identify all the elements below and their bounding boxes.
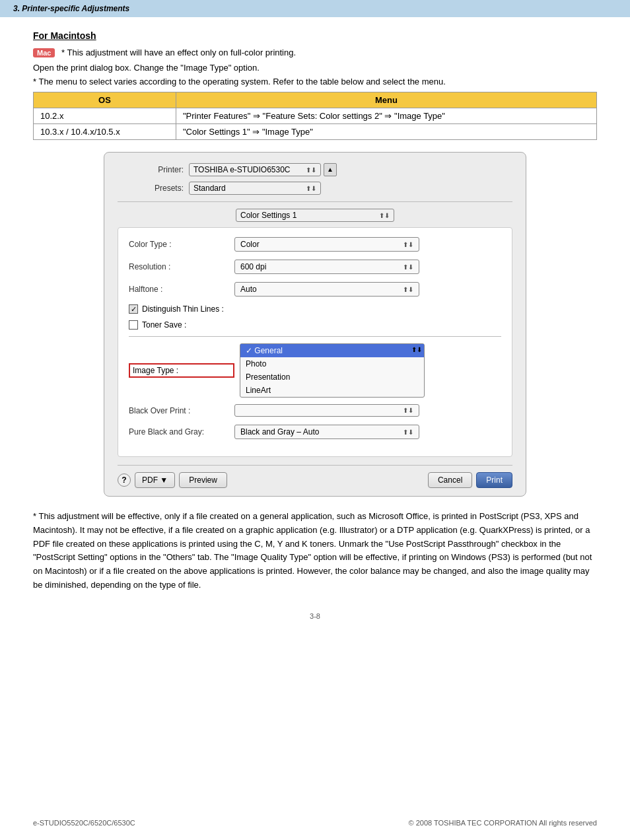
toner-label: Toner Save : [142, 320, 186, 330]
printer-select[interactable]: TOSHIBA e-STUDIO6530C ⬆⬇ [189, 163, 321, 176]
pure-black-value: Black and Gray – Auto [240, 427, 319, 437]
dropdown-item-photo[interactable]: Photo [240, 357, 424, 370]
help-button[interactable]: ? [118, 473, 131, 487]
separator2 [129, 336, 501, 337]
footer-note: * This adjustment will be effective, onl… [33, 510, 597, 592]
col-menu: Menu [176, 92, 596, 108]
halftone-value: Auto [240, 285, 257, 294]
resolution-row: Resolution : 600 dpi ⬆⬇ [129, 260, 501, 274]
dropdown-item-general[interactable]: ✓ General [240, 344, 424, 357]
preview-button[interactable]: Preview [179, 472, 227, 488]
table-row: 10.3.x / 10.4.x/10.5.x "Color Settings 1… [34, 124, 597, 140]
mac-badge: Mac [33, 48, 55, 57]
color-type-label: Color Type : [129, 240, 234, 249]
intro-text: Open the print dialog box. Change the "I… [33, 63, 597, 73]
menu-value-2: "Color Settings 1" ⇒ "Image Type" [176, 124, 596, 140]
stepper-arrows: ⬆⬇ [306, 166, 316, 174]
dropdown-item-presentation[interactable]: Presentation [240, 370, 424, 384]
resolution-label: Resolution : [129, 262, 234, 271]
cancel-label: Cancel [438, 475, 462, 485]
presets-value: Standard [193, 184, 226, 193]
printer-label: Printer: [118, 165, 184, 174]
dialog-footer: ? PDF ▼ Preview Cancel Print [118, 465, 512, 488]
chapter-title: 3. Printer-specific Adjustments [13, 4, 129, 13]
stepper-arrows: ⬆⬇ [379, 212, 390, 219]
toner-row: Toner Save : [129, 320, 501, 330]
menu-value-1: "Printer Features" ⇒ "Feature Sets: Colo… [176, 108, 596, 124]
col-os: OS [34, 92, 176, 108]
page-footer: e-STUDIO5520C/6520C/6530C © 2008 TOSHIBA… [33, 819, 597, 827]
footer-left: ? PDF ▼ Preview [118, 472, 227, 488]
page-number: 3-8 [33, 612, 597, 620]
footer-right-text: © 2008 TOSHIBA TEC CORPORATION All right… [409, 819, 597, 827]
color-type-select[interactable]: Color ⬆⬇ [234, 237, 419, 252]
printer-value: TOSHIBA e-STUDIO6530C [193, 165, 291, 174]
table-row: 10.2.x "Printer Features" ⇒ "Feature Set… [34, 108, 597, 124]
separator [118, 201, 512, 202]
dropdown-open[interactable]: ✓ General Photo Presentation LineArt [240, 343, 425, 398]
image-type-row: Image Type : ✓ General Photo Presentatio… [129, 343, 501, 398]
pure-black-label: Pure Black and Gray: [129, 427, 234, 437]
pdf-label: PDF ▼ [142, 475, 168, 485]
print-dialog: Printer: TOSHIBA e-STUDIO6530C ⬆⬇ ▲ Pres… [104, 152, 526, 497]
pdf-button[interactable]: PDF ▼ [135, 472, 175, 488]
footer-left-text: e-STUDIO5520C/6520C/6530C [33, 819, 135, 827]
panel-row: Color Settings 1 ⬆⬇ [118, 209, 512, 222]
panel-value: Color Settings 1 [240, 211, 297, 220]
black-over-print-label: Black Over Print : [129, 406, 234, 415]
note-line: Mac * This adjustment will have an effec… [33, 48, 597, 57]
stepper-arrows: ⬆⬇ [306, 185, 316, 192]
print-button[interactable]: Print [476, 472, 512, 488]
stepper-arrows: ⬆⬇ [403, 286, 413, 293]
dropdown-item-lineart[interactable]: LineArt [240, 384, 424, 397]
footer-right: Cancel Print [428, 472, 512, 488]
distinguish-row: ✓ Distinguish Thin Lines : [129, 304, 501, 314]
print-label: Print [486, 475, 503, 485]
halftone-select[interactable]: Auto ⬆⬇ [234, 282, 419, 297]
distinguish-checkbox[interactable]: ✓ [129, 304, 138, 314]
stepper-arrows: ⬆⬇ [403, 263, 413, 271]
color-type-row: Color Type : Color ⬆⬇ [129, 237, 501, 252]
stepper-arrows: ⬆⬇ [403, 407, 413, 414]
image-type-dropdown[interactable]: ✓ General Photo Presentation LineArt ⬆⬇ [240, 343, 425, 398]
black-over-print-row: Black Over Print : ⬆⬇ [129, 404, 501, 417]
note1-text: * This adjustment will have an effect on… [61, 48, 296, 57]
os-menu-table: OS Menu 10.2.x "Printer Features" ⇒ "Fea… [33, 92, 597, 140]
presets-label: Presets: [118, 184, 184, 193]
pure-black-row: Pure Black and Gray: Black and Gray – Au… [129, 425, 501, 439]
toner-checkbox[interactable] [129, 320, 138, 330]
presets-row: Presets: Standard ⬆⬇ [118, 182, 512, 195]
color-type-value: Color [240, 240, 260, 249]
presets-select[interactable]: Standard ⬆⬇ [189, 182, 321, 195]
distinguish-label: Distinguish Thin Lines : [142, 304, 224, 314]
pure-black-select[interactable]: Black and Gray – Auto ⬆⬇ [234, 425, 419, 439]
resolution-select[interactable]: 600 dpi ⬆⬇ [234, 260, 419, 274]
chapter-header: 3. Printer-specific Adjustments [0, 0, 630, 17]
section-title: For Macintosh [33, 30, 597, 41]
panel-select[interactable]: Color Settings 1 ⬆⬇ [236, 209, 394, 222]
resolution-value: 600 dpi [240, 262, 266, 271]
halftone-row: Halftone : Auto ⬆⬇ [129, 282, 501, 297]
image-type-label: Image Type : [129, 363, 234, 378]
halftone-label: Halftone : [129, 285, 234, 294]
settings-panel: Color Type : Color ⬆⬇ Resolution : 600 d… [118, 227, 512, 457]
dropdown-arrows: ⬆⬇ [411, 346, 422, 353]
printer-arrow-btn[interactable]: ▲ [324, 163, 337, 176]
cancel-button[interactable]: Cancel [428, 472, 472, 488]
os-value-2: 10.3.x / 10.4.x/10.5.x [34, 124, 176, 140]
os-value-1: 10.2.x [34, 108, 176, 124]
printer-row: Printer: TOSHIBA e-STUDIO6530C ⬆⬇ ▲ [118, 163, 512, 176]
stepper-arrows: ⬆⬇ [403, 241, 413, 248]
menu-note: * The menu to select varies according to… [33, 77, 597, 87]
stepper-arrows: ⬆⬇ [403, 429, 413, 436]
preview-label: Preview [189, 475, 217, 485]
black-over-print-select[interactable]: ⬆⬇ [234, 404, 419, 417]
